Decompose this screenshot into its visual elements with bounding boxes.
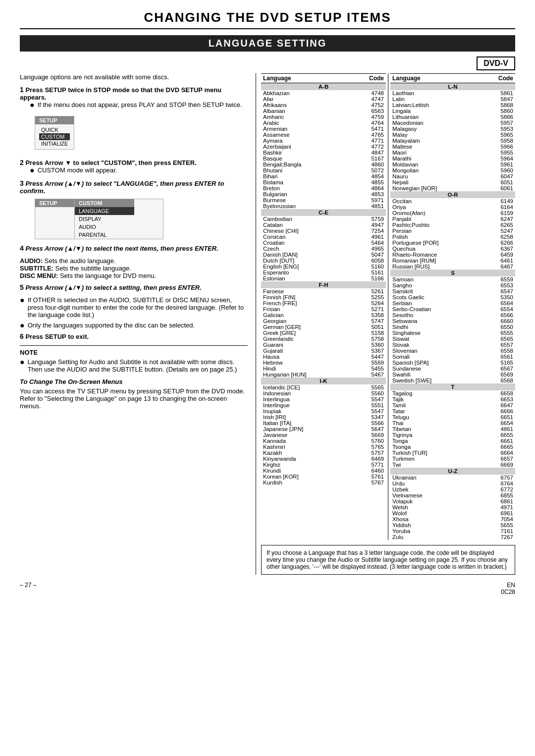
lang-name: Estonian xyxy=(261,275,350,281)
lang-name: Hungarian [HUN] xyxy=(261,372,350,378)
lang-code: 4855 xyxy=(350,179,386,185)
page-code-num: 0C28 xyxy=(501,589,515,595)
menu2-language: LANGUAGE xyxy=(75,207,134,215)
lang-name: Swedish [SWE] xyxy=(390,378,481,383)
lang-name: Javanese xyxy=(261,432,350,438)
lang-code: 6555 xyxy=(481,330,515,336)
lang-name: Sindhi xyxy=(390,324,481,330)
lang-row: Marathi5964 xyxy=(390,156,515,162)
menu2-audio: AUDIO xyxy=(75,223,134,231)
lang-name: Laothian xyxy=(390,90,481,96)
lang-name: Malayalam xyxy=(390,138,481,144)
lang-code: 6657 xyxy=(481,456,515,462)
lang-code: 5347 xyxy=(350,414,386,420)
lang-code: 6367 xyxy=(481,246,515,252)
section-header: T xyxy=(390,383,515,390)
lang-code: 5447 xyxy=(350,354,386,360)
lang-row: Twi6669 xyxy=(390,462,515,468)
lang-name: Telugu xyxy=(390,414,481,420)
step-3-num: 3 xyxy=(20,179,24,187)
step-3: 3 Press Arrow (▲/▼) to select "LANGUAGE"… xyxy=(20,179,248,239)
lang-row: Telugu6651 xyxy=(390,414,515,420)
lang-row: Norwegian [NOR]6061 xyxy=(390,185,515,191)
lang-name: Azerbaijani xyxy=(261,144,350,150)
lang-name: Uzbek xyxy=(390,486,481,492)
on-screen-body: You can access the TV SETUP menu by pres… xyxy=(20,387,248,410)
lang-row: Bislama4855 xyxy=(261,179,386,185)
lang-name: Mongolian xyxy=(390,167,481,173)
section-header: O-R xyxy=(390,191,515,198)
lang-row: Scots Gaelic5350 xyxy=(390,294,515,300)
lang-code: 5966 xyxy=(481,144,515,150)
lang-name: Tibetan xyxy=(390,426,481,432)
lang-row: Greenlandic5758 xyxy=(261,336,386,342)
lang-name: Gujarati xyxy=(261,348,350,354)
lang-row: Faroese5261 xyxy=(261,288,386,294)
lang-row: Tamil6647 xyxy=(390,402,515,408)
lang-code: 4961 xyxy=(350,234,386,240)
lang-name: Russian [RUS] xyxy=(390,264,481,270)
lang-name: Icelandic [ICE] xyxy=(261,384,350,390)
step-3-text: Press Arrow (▲/▼) to select "LANGUAGE", … xyxy=(20,180,224,195)
lang-name: Zulu xyxy=(390,534,481,540)
left-column: Language options are not available with … xyxy=(20,73,248,575)
lang-code: 5547 xyxy=(350,396,386,402)
lang-name: Croatian xyxy=(261,240,350,246)
lang-name: Swahili xyxy=(390,372,481,378)
section-header: U-Z xyxy=(390,468,515,475)
lang-code: 6861 xyxy=(481,498,515,504)
lang-row: Abkhazian4748 xyxy=(261,90,386,96)
lang-row: Occitan6149 xyxy=(390,198,515,204)
bullet-icon-3: ● xyxy=(20,296,25,304)
lang-code: 5360 xyxy=(350,342,386,348)
lang-name: Aymara xyxy=(261,138,350,144)
lang-name: Panjabi xyxy=(390,216,481,222)
lang-name: Norwegian [NOR] xyxy=(390,185,481,191)
lang-name: Bislama xyxy=(261,179,350,185)
lang-code: 5367 xyxy=(350,348,386,354)
note-text: Language Setting for Audio and Subtitle … xyxy=(28,358,248,373)
lang-row: Siswat6565 xyxy=(390,336,515,342)
lang-row: Maori5955 xyxy=(390,150,515,156)
lang-code: 5261 xyxy=(350,288,386,294)
lang-row: Interlingua5547 xyxy=(261,396,386,402)
section-header: S xyxy=(390,270,515,276)
lang-name: Polish xyxy=(390,234,481,240)
menu2-left-header: SETUP xyxy=(35,199,74,207)
lang-row: S xyxy=(390,270,515,276)
lang-name: Latin xyxy=(390,96,481,102)
lang-name: Nepali xyxy=(390,179,481,185)
lang-code: 5758 xyxy=(350,336,386,342)
lang-row: Setswana6660 xyxy=(390,318,515,324)
section-header: C-E xyxy=(261,209,386,216)
lang-row: Galician5358 xyxy=(261,312,386,318)
lang-code: 5547 xyxy=(350,408,386,414)
lang-code: 6460 xyxy=(350,468,386,474)
lang-name: Volapuk xyxy=(390,498,481,504)
lang-code: 5771 xyxy=(350,462,386,468)
lang-name: Welsh xyxy=(390,504,481,510)
lang-code: 5047 xyxy=(350,252,386,258)
lang-name: Yoruba xyxy=(390,528,481,534)
lang-name: Italian [ITA] xyxy=(261,420,350,426)
lang-code: 6654 xyxy=(481,420,515,426)
lang-name: Macedonian xyxy=(390,120,481,126)
lang-code: 6467 xyxy=(481,264,515,270)
lang-row: Georgian5747 xyxy=(261,318,386,324)
lang-code: 5958 xyxy=(481,138,515,144)
lang-code: 5868 xyxy=(481,102,515,108)
lang-row: T xyxy=(390,383,515,390)
lang-code: 4965 xyxy=(350,246,386,252)
lang-name: Georgian xyxy=(261,318,350,324)
step-6-num: 6 xyxy=(20,332,24,340)
lang-name: Burmese xyxy=(261,197,350,203)
lang-row: Japanese [JPN]5647 xyxy=(261,426,386,432)
lang-row: Somali6561 xyxy=(390,354,515,360)
lang-name: Guarani xyxy=(261,342,350,348)
lang-row: Tsonga6665 xyxy=(390,444,515,450)
lang-name: Romanian [RUM] xyxy=(390,258,481,264)
lang-code: 7054 xyxy=(481,516,515,522)
lang-row: Wolof6961 xyxy=(390,510,515,516)
lang-row: Tatar6666 xyxy=(390,408,515,414)
footer-note: If you choose a Language that has a 3 le… xyxy=(261,545,515,575)
